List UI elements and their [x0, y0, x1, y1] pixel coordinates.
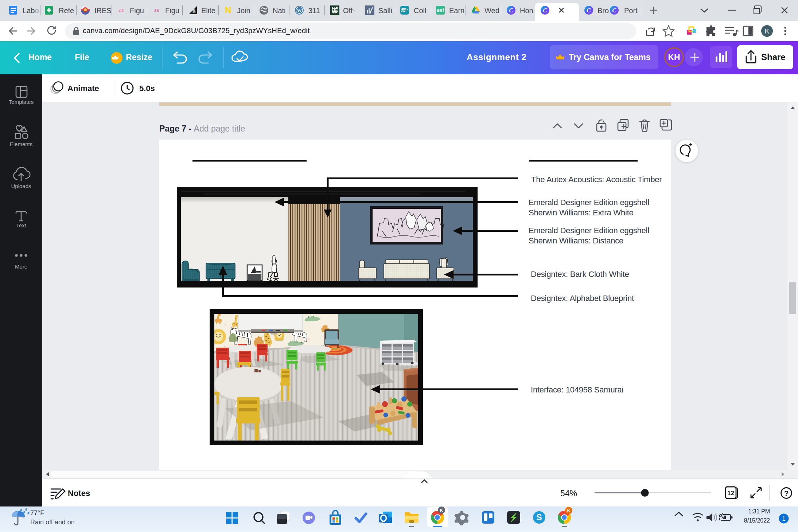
svg-text:Sherwin Williams: Extra White: Sherwin Williams: Extra White — [529, 208, 634, 217]
svg-text:AVE: AVE — [401, 9, 407, 12]
svg-text:K: K — [440, 508, 443, 513]
svg-text:C: C — [587, 7, 591, 14]
svg-text:Sherwin Williams: Distance: Sherwin Williams: Distance — [529, 236, 623, 245]
svg-text:C: C — [543, 7, 547, 14]
svg-text:Emerald Designer Edition eggsh: Emerald Designer Edition eggshell — [529, 198, 649, 207]
svg-text:W: W — [297, 8, 302, 13]
svg-text:KH: KH — [668, 52, 680, 62]
svg-text:12: 12 — [727, 490, 734, 497]
svg-text:?: ? — [784, 489, 789, 497]
svg-text:1: 1 — [782, 516, 786, 522]
svg-text:N: N — [225, 5, 231, 15]
svg-text:Interface: 104958 Samurai: Interface: 104958 Samurai — [531, 385, 623, 394]
svg-text:TB: TB — [118, 7, 124, 13]
svg-text:C: C — [509, 7, 513, 14]
svg-text:S: S — [536, 513, 542, 522]
svg-text:est: est — [437, 7, 445, 13]
svg-text:K: K — [765, 27, 770, 35]
svg-text:Designtex: Alphabet Blueprint: Designtex: Alphabet Blueprint — [531, 294, 634, 303]
svg-text:Designtex: Bark Cloth White: Designtex: Bark Cloth White — [531, 270, 629, 279]
svg-text:TB: TB — [154, 7, 159, 13]
svg-text:The Autex Acoustics: Acoustic: The Autex Acoustics: Acoustic Timber — [531, 175, 662, 184]
svg-text:K: K — [567, 508, 571, 513]
svg-text:B: B — [192, 9, 195, 14]
svg-text:Emerald Designer Edition eggsh: Emerald Designer Edition eggshell — [529, 226, 649, 235]
svg-text:C: C — [612, 7, 616, 14]
